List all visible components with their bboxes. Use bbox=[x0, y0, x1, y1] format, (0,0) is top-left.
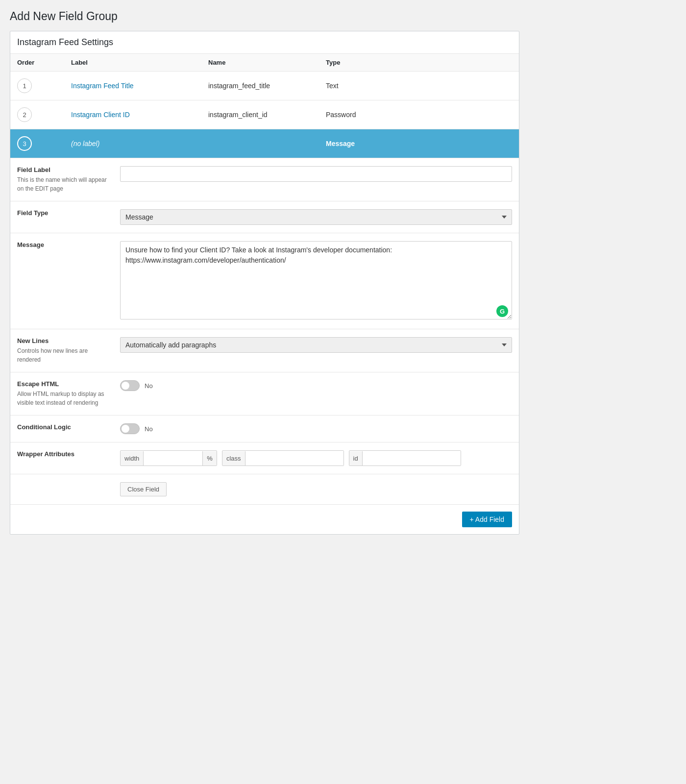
add-field-button[interactable]: + Add Field bbox=[462, 512, 512, 527]
field-type-title: Field Type bbox=[17, 209, 110, 217]
order-cell: 1 bbox=[10, 72, 64, 100]
wrapper-width-input[interactable] bbox=[144, 451, 202, 466]
conditional-logic-slider bbox=[120, 423, 140, 434]
field-label-link[interactable]: Instagram Client ID bbox=[71, 111, 130, 119]
close-field-button[interactable]: Close Field bbox=[120, 482, 167, 496]
field-label-description: Field Label This is the name which will … bbox=[17, 166, 120, 193]
table-header: Order Label Name Type bbox=[10, 54, 519, 72]
label-cell: Instagram Feed Title bbox=[64, 72, 201, 100]
table-row: 2 Instagram Client ID instagram_client_i… bbox=[10, 100, 519, 129]
page-title: Add New Field Group bbox=[10, 10, 676, 23]
escape-html-slider bbox=[120, 380, 140, 391]
col-label: Label bbox=[64, 54, 201, 72]
wrapper-attributes-description: Wrapper Attributes bbox=[17, 450, 120, 460]
close-field-row: Close Field bbox=[10, 474, 519, 504]
new-lines-row: New Lines Controls how new lines are ren… bbox=[10, 329, 519, 372]
order-badge-active: 3 bbox=[17, 136, 32, 151]
wrapper-width-suffix: % bbox=[202, 451, 217, 466]
order-badge: 1 bbox=[17, 78, 32, 93]
wrapper-attributes-title: Wrapper Attributes bbox=[17, 450, 110, 458]
col-name: Name bbox=[201, 54, 319, 72]
escape-html-toggle-row: No bbox=[120, 380, 512, 391]
label-cell: Instagram Client ID bbox=[64, 100, 201, 129]
escape-html-control: No bbox=[120, 380, 512, 391]
close-field-control: Close Field bbox=[120, 482, 512, 496]
field-label-control bbox=[120, 166, 512, 182]
wrapper-width-label: width bbox=[121, 451, 144, 466]
field-label-input[interactable] bbox=[120, 166, 512, 182]
field-group-name-input[interactable] bbox=[17, 37, 512, 48]
label-cell: (no label) bbox=[64, 129, 201, 158]
conditional-logic-row: Conditional Logic No bbox=[10, 416, 519, 442]
message-textarea-wrapper: Unsure how to find your Client ID? Take … bbox=[120, 241, 512, 321]
order-cell: 2 bbox=[10, 100, 64, 129]
field-type-select[interactable]: Message Text Password Textarea Number Em… bbox=[120, 209, 512, 225]
grammarly-icon: G bbox=[496, 305, 508, 317]
field-type-control: Message Text Password Textarea Number Em… bbox=[120, 209, 512, 225]
new-lines-description: New Lines Controls how new lines are ren… bbox=[17, 337, 120, 364]
field-type-description: Field Type bbox=[17, 209, 120, 219]
conditional-logic-description: Conditional Logic bbox=[17, 423, 120, 433]
conditional-logic-toggle-row: No bbox=[120, 423, 512, 434]
field-label-link[interactable]: Instagram Feed Title bbox=[71, 82, 134, 90]
wrapper-id-input[interactable] bbox=[363, 451, 461, 466]
type-cell: Text bbox=[319, 72, 519, 100]
name-cell: instagram_client_id bbox=[201, 100, 319, 129]
wrapper-class-group: class bbox=[222, 450, 344, 466]
bottom-bar: + Add Field bbox=[10, 504, 519, 534]
escape-html-description: Escape HTML Allow HTML markup to display… bbox=[17, 380, 120, 407]
escape-html-desc: Allow HTML markup to display as visible … bbox=[17, 390, 110, 407]
field-label-desc: This is the name which will appear on th… bbox=[17, 175, 110, 193]
escape-html-label: No bbox=[145, 382, 153, 390]
field-editor: Field Label This is the name which will … bbox=[10, 158, 519, 504]
new-lines-desc: Controls how new lines are rendered bbox=[17, 346, 110, 364]
field-type-row: Field Type Message Text Password Textare… bbox=[10, 201, 519, 233]
conditional-logic-label: No bbox=[145, 425, 153, 433]
wrapper-width-group: width % bbox=[120, 450, 217, 466]
conditional-logic-title: Conditional Logic bbox=[17, 423, 110, 431]
message-textarea[interactable]: Unsure how to find your Client ID? Take … bbox=[120, 241, 512, 319]
escape-html-title: Escape HTML bbox=[17, 380, 110, 388]
message-control: Unsure how to find your Client ID? Take … bbox=[120, 241, 512, 321]
wrapper-id-label: id bbox=[349, 451, 363, 466]
new-lines-title: New Lines bbox=[17, 337, 110, 344]
type-cell: Message bbox=[319, 129, 519, 158]
message-description: Message bbox=[17, 241, 120, 250]
wrapper-attributes-row: Wrapper Attributes width % class bbox=[10, 442, 519, 474]
field-group-name-row bbox=[10, 31, 519, 54]
col-type: Type bbox=[319, 54, 519, 72]
table-row-active: 3 (no label) Message bbox=[10, 129, 519, 158]
fields-table: Order Label Name Type 1 Instagram Feed T… bbox=[10, 54, 519, 158]
escape-html-toggle[interactable] bbox=[120, 380, 140, 391]
conditional-logic-control: No bbox=[120, 423, 512, 434]
field-label-title: Field Label bbox=[17, 166, 110, 173]
name-cell bbox=[201, 129, 319, 158]
wrapper-attributes-control: width % class id bbox=[120, 450, 512, 466]
wrapper-id-group: id bbox=[349, 450, 461, 466]
escape-html-row: Escape HTML Allow HTML markup to display… bbox=[10, 372, 519, 416]
order-badge: 2 bbox=[17, 107, 32, 122]
field-label-link-active[interactable]: (no label) bbox=[71, 140, 99, 147]
col-order: Order bbox=[10, 54, 64, 72]
wrapper-class-label: class bbox=[222, 451, 245, 466]
conditional-logic-toggle[interactable] bbox=[120, 423, 140, 434]
message-row: Message Unsure how to find your Client I… bbox=[10, 233, 519, 329]
message-title: Message bbox=[17, 241, 110, 248]
new-lines-control: Automatically add paragraphs No formatti… bbox=[120, 337, 512, 353]
field-group-container: Order Label Name Type 1 Instagram Feed T… bbox=[10, 31, 519, 535]
order-cell: 3 bbox=[10, 129, 64, 158]
table-row: 1 Instagram Feed Title instagram_feed_ti… bbox=[10, 72, 519, 100]
type-cell: Password bbox=[319, 100, 519, 129]
new-lines-select[interactable]: Automatically add paragraphs No formatti… bbox=[120, 337, 512, 353]
name-cell: instagram_feed_title bbox=[201, 72, 319, 100]
field-label-row: Field Label This is the name which will … bbox=[10, 158, 519, 201]
wrapper-class-input[interactable] bbox=[245, 451, 343, 466]
wrapper-attrs: width % class id bbox=[120, 450, 512, 466]
